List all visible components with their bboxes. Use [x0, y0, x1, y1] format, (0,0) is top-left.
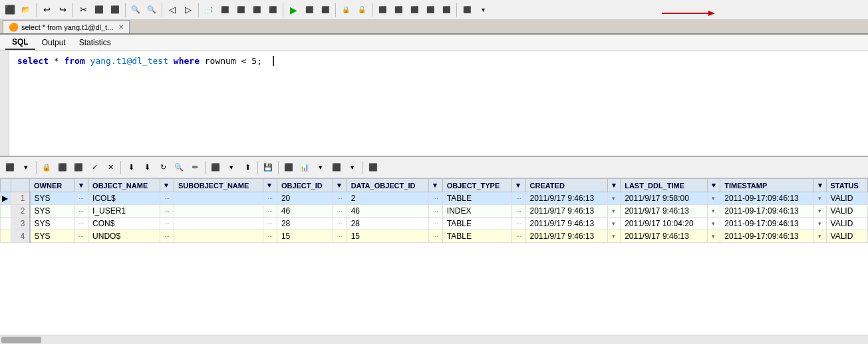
- col-owner-header[interactable]: OWNER: [30, 179, 75, 192]
- db-btn[interactable]: ⬛: [407, 3, 422, 17]
- expand-timestamp[interactable]: ▾: [813, 230, 826, 243]
- result-export-btn[interactable]: ⬛: [208, 160, 223, 175]
- expand-dataobjid[interactable]: ···: [429, 218, 443, 230]
- result-commit-btn[interactable]: 💾: [261, 160, 275, 175]
- result-check-btn[interactable]: ✓: [87, 160, 102, 175]
- expand-dataobjid[interactable]: ···: [429, 192, 443, 205]
- expand-subobj[interactable]: ···: [263, 192, 277, 205]
- paste-btn[interactable]: ⬛: [108, 3, 122, 17]
- expand-lastddl[interactable]: ▾: [708, 205, 720, 218]
- col-ts-expand[interactable]: ▾: [813, 179, 826, 192]
- expand-owner[interactable]: ···: [74, 218, 88, 230]
- expand-objid[interactable]: ···: [333, 205, 347, 218]
- expand-objtype[interactable]: ···: [511, 218, 525, 230]
- result-table-drop-btn[interactable]: ▾: [345, 160, 360, 175]
- result-filter-btn[interactable]: ⬛: [366, 160, 380, 175]
- execute-btn[interactable]: ▶: [286, 3, 301, 17]
- col-objid-header[interactable]: OBJECT_ID: [277, 179, 333, 192]
- debug-btn[interactable]: ⬛: [318, 3, 333, 17]
- col-ts-header[interactable]: TIMESTAMP: [720, 179, 813, 192]
- expand-objid[interactable]: ···: [333, 192, 347, 205]
- expand-objname[interactable]: ···: [160, 218, 174, 230]
- open-btn[interactable]: 📂: [19, 3, 33, 17]
- tab-close-btn[interactable]: ✕: [118, 23, 124, 31]
- find-btn[interactable]: 🔍: [128, 3, 143, 17]
- document-tab[interactable]: 🟠 select * from yang.t1@dl_t... ✕: [3, 20, 130, 33]
- tab-output[interactable]: Output: [35, 36, 72, 49]
- expand-timestamp[interactable]: ▾: [813, 192, 826, 205]
- expand-created[interactable]: ▾: [608, 218, 621, 230]
- sql-editor[interactable]: select * from yang.t1@dl_test where rown…: [0, 51, 868, 157]
- result-table-btn[interactable]: ⬛: [329, 160, 344, 175]
- conn-btn[interactable]: ⬛: [423, 3, 438, 17]
- result-paste-btn[interactable]: ⬛: [71, 160, 86, 175]
- result-find-btn[interactable]: 🔍: [172, 160, 186, 175]
- table-row[interactable]: 4SYS···UNDO$······15···15···TABLE···2011…: [1, 230, 868, 243]
- result-grid-btn[interactable]: ⬛: [3, 160, 17, 175]
- bookmark-btn[interactable]: 📑: [202, 3, 216, 17]
- expand-objname[interactable]: ···: [160, 192, 174, 205]
- compile-btn[interactable]: ⬛: [249, 3, 264, 17]
- expand-subobj[interactable]: ···: [263, 205, 277, 218]
- unlock-btn[interactable]: 🔓: [355, 3, 369, 17]
- expand-subobj[interactable]: ···: [263, 218, 277, 230]
- col-subobj-header[interactable]: SUBOBJECT_NAME: [174, 179, 263, 192]
- result-refresh-btn[interactable]: ↻: [156, 160, 170, 175]
- expand-owner[interactable]: ···: [74, 230, 88, 243]
- col-objid-expand[interactable]: ▾: [333, 179, 347, 192]
- expand-subobj[interactable]: ···: [263, 230, 277, 243]
- col-objname-expand[interactable]: ▾: [160, 179, 174, 192]
- expand-timestamp[interactable]: ▾: [813, 218, 826, 230]
- horizontal-scrollbar[interactable]: [0, 335, 868, 344]
- scrollbar-thumb[interactable]: [1, 337, 41, 343]
- expand-timestamp[interactable]: ▾: [813, 205, 826, 218]
- stop-btn[interactable]: ⬛: [302, 3, 317, 17]
- expand-lastddl[interactable]: ▾: [708, 218, 720, 230]
- result-x-btn[interactable]: ✕: [103, 160, 118, 175]
- expand-objtype[interactable]: ···: [511, 192, 525, 205]
- table-row[interactable]: 2SYS···I_USER1······46···46···INDEX···20…: [1, 205, 868, 218]
- col-lastddl-header[interactable]: LAST_DDL_TIME: [621, 179, 708, 192]
- expand-objname[interactable]: ···: [160, 230, 174, 243]
- cut-btn[interactable]: ✂: [76, 3, 90, 17]
- result-db2-btn[interactable]: ⬛: [281, 160, 296, 175]
- expand-created[interactable]: ▾: [608, 205, 621, 218]
- format-btn[interactable]: ⬛: [217, 3, 232, 17]
- tab-statistics[interactable]: Statistics: [72, 36, 118, 49]
- undo-btn[interactable]: ↩: [39, 3, 54, 17]
- expand-owner[interactable]: ···: [74, 205, 88, 218]
- chart-btn[interactable]: ⬛: [460, 3, 474, 17]
- expand-objid[interactable]: ···: [333, 218, 347, 230]
- expand-objtype[interactable]: ···: [511, 230, 525, 243]
- tab-sql[interactable]: SQL: [5, 35, 35, 50]
- expand-objtype[interactable]: ···: [511, 205, 525, 218]
- col-objtype-expand[interactable]: ▾: [511, 179, 525, 192]
- redo-btn[interactable]: ↪: [55, 3, 70, 17]
- grid2-btn[interactable]: ⬛: [391, 3, 406, 17]
- col-created-header[interactable]: CREATED: [525, 179, 608, 192]
- prev-btn[interactable]: ◁: [165, 3, 180, 17]
- result-lock-btn[interactable]: 🔒: [39, 160, 54, 175]
- run-btn[interactable]: ⬛: [265, 3, 280, 17]
- col-dataobjid-expand[interactable]: ▾: [429, 179, 443, 192]
- result-pencil-btn[interactable]: ✏: [188, 160, 202, 175]
- result-table-area[interactable]: OWNER ▾ OBJECT_NAME ▾ SUBOBJECT_NAME ▾ O…: [0, 178, 868, 335]
- check-btn[interactable]: ⬛: [233, 3, 248, 17]
- expand-created[interactable]: ▾: [608, 192, 621, 205]
- expand-owner[interactable]: ···: [74, 192, 88, 205]
- expand-lastddl[interactable]: ▾: [708, 230, 720, 243]
- col-dataobjid-header[interactable]: DATA_OBJECT_ID: [347, 179, 429, 192]
- result-copy-btn[interactable]: ⬛: [55, 160, 70, 175]
- col-created-expand[interactable]: ▾: [608, 179, 621, 192]
- table-row[interactable]: ▶1SYS···ICOL$······20···2···TABLE···2011…: [1, 192, 868, 205]
- result-export-drop-btn[interactable]: ▾: [224, 160, 239, 175]
- result-chart-btn[interactable]: 📊: [297, 160, 312, 175]
- result-drop-btn[interactable]: ▾: [19, 160, 33, 175]
- result-chart-drop-btn[interactable]: ▾: [313, 160, 328, 175]
- col-owner-expand[interactable]: ▾: [74, 179, 88, 192]
- drop-btn[interactable]: ▾: [476, 3, 490, 17]
- grid-btn[interactable]: ⬛: [375, 3, 390, 17]
- expand-created[interactable]: ▾: [608, 230, 621, 243]
- col-lastddl-expand[interactable]: ▾: [708, 179, 720, 192]
- col-objtype-header[interactable]: OBJECT_TYPE: [442, 179, 511, 192]
